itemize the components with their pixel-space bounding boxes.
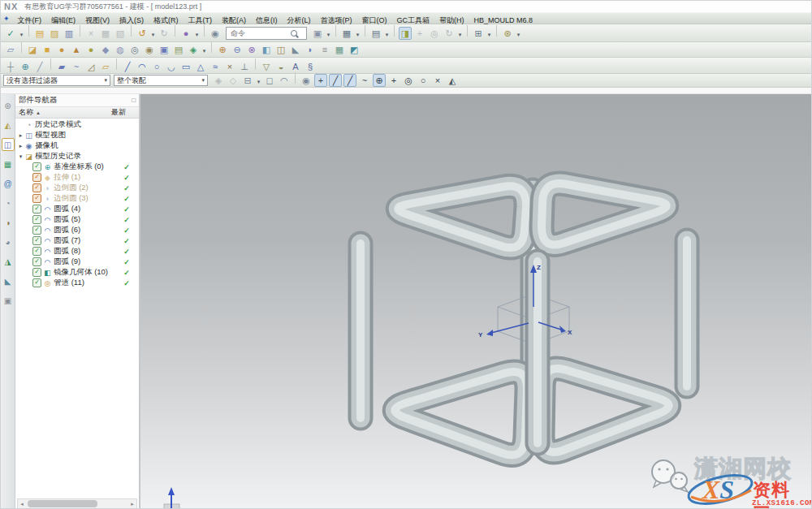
view-caret-icon[interactable]: ▾ (457, 28, 463, 41)
paste-icon[interactable]: ▧ (114, 27, 127, 40)
circle-icon[interactable]: ○ (150, 60, 163, 73)
hole-icon[interactable]: ◎ (128, 43, 141, 56)
column-uptodate[interactable]: 最新 (111, 107, 139, 118)
window-caret-icon[interactable]: ▾ (326, 28, 331, 41)
pattern-feature-icon[interactable]: ▦ (333, 43, 346, 56)
sketch-in-task-icon[interactable]: ▰ (55, 60, 68, 73)
thread-icon[interactable]: ≡ (318, 43, 331, 56)
finish-caret-icon[interactable]: ▾ (19, 28, 24, 41)
mirror-feature-icon[interactable]: ◩ (348, 43, 361, 56)
open-file-icon[interactable]: ▨ (48, 27, 61, 40)
layout-icon[interactable]: ⊞ (472, 27, 485, 40)
graphics-viewport[interactable]: Z X Y (140, 94, 811, 509)
midpoint-snap-icon[interactable]: ╱ (343, 74, 356, 87)
select-face-icon[interactable]: ◻ (263, 74, 276, 87)
project-curve-icon[interactable]: ▽ (260, 60, 273, 73)
select-edge-icon[interactable]: ◠ (278, 74, 291, 87)
helix-icon[interactable]: § (304, 60, 317, 73)
feature-checkbox[interactable]: ✓ (32, 205, 41, 214)
plus-snap-icon[interactable]: + (387, 74, 400, 87)
search-icon[interactable] (291, 30, 297, 37)
menu-item[interactable]: 格式(R) (149, 16, 184, 24)
tree-row[interactable]: ✓◧镜像几何体 (10)✓ (15, 267, 139, 278)
trim-body-icon[interactable]: ◧ (260, 43, 273, 56)
pan-icon[interactable]: + (413, 27, 426, 40)
layer-settings-icon[interactable]: ▤ (369, 27, 382, 40)
tree-row[interactable]: ▸◉摄像机 (15, 140, 139, 151)
new-sketch-icon[interactable]: ▱ (4, 43, 17, 56)
arc-toolbar-icon[interactable]: ◠ (136, 60, 149, 73)
process-studio-icon[interactable]: ◑ (2, 216, 15, 229)
cylinder-icon[interactable]: ● (55, 43, 68, 56)
command-finder[interactable] (226, 27, 307, 40)
pad-icon[interactable]: ▤ (172, 43, 185, 56)
unite-icon[interactable]: ⊕ (216, 43, 229, 56)
point-icon[interactable]: ┼ (4, 60, 17, 73)
menu-item[interactable]: 装配(A) (217, 16, 251, 24)
display-caret-icon[interactable]: ▾ (355, 28, 361, 41)
intersection-curve-icon[interactable]: ◒ (274, 60, 287, 73)
snap-options-icon[interactable]: ⊟ (241, 74, 254, 87)
tree-row[interactable]: ▸◫模型视图 (15, 130, 139, 140)
3d-model-canvas[interactable]: Z X Y (140, 94, 811, 509)
panel-detach-icon[interactable]: □ (132, 97, 136, 104)
tree-row[interactable]: ✓◠圆弧 (4)✓ (15, 204, 139, 214)
new-file-icon[interactable]: ▤ (33, 27, 46, 40)
scroll-track[interactable] (26, 500, 128, 507)
finish-sketch-icon[interactable]: ✓ (4, 27, 17, 40)
layer-caret-icon[interactable]: ▾ (384, 28, 390, 41)
column-name[interactable]: 名称 ▲ (19, 107, 111, 118)
tree-row[interactable]: ▾◪模型历史记录 (15, 151, 139, 162)
boss-icon[interactable]: ◉ (143, 43, 156, 56)
feature-checkbox[interactable]: ✓ (32, 278, 41, 287)
tree-row[interactable]: ✓◠圆弧 (9)✓ (15, 257, 139, 267)
tree-row[interactable]: ✓◠圆弧 (5)✓ (15, 214, 139, 225)
profile-icon[interactable]: ◿ (84, 60, 97, 73)
line-icon[interactable]: ╱ (121, 60, 134, 73)
menu-item[interactable]: 视图(V) (80, 16, 114, 24)
tree-row[interactable]: ✓◗边倒圆 (3)✓ (15, 193, 139, 204)
roles-icon[interactable]: ◣ (2, 274, 15, 287)
reuse-library-icon[interactable]: ▦ (2, 157, 15, 170)
menu-item[interactable]: 分析(L) (283, 16, 316, 24)
render-style-icon[interactable]: ⊛ (501, 27, 514, 40)
datum-axis-icon[interactable]: ╱ (33, 60, 46, 73)
extrude-icon[interactable]: ◆ (99, 43, 112, 56)
studio-spline-icon[interactable]: ~ (70, 60, 83, 73)
intersect-icon[interactable]: ⊗ (245, 43, 258, 56)
sketch-curve-icon[interactable]: ▱ (99, 60, 112, 73)
rectangle-icon[interactable]: ▭ (179, 60, 192, 73)
pipe-bottom-left-loop[interactable] (395, 372, 527, 455)
fillet-icon[interactable]: ◡ (165, 60, 178, 73)
command-finder-input[interactable] (229, 28, 291, 38)
web-browser-icon[interactable]: @ (2, 177, 15, 190)
arc-center-snap-icon[interactable]: ◎ (402, 74, 415, 87)
selection-filter-dropdown[interactable]: 没有选择过滤器 ▾ (3, 75, 110, 86)
point-on-curve-icon[interactable]: ⊕ (373, 74, 386, 87)
feature-checkbox[interactable]: ✓ (32, 162, 41, 171)
menu-item[interactable]: GC工具箱 (392, 16, 435, 24)
feature-checkbox[interactable]: ✓ (32, 226, 41, 235)
tangent-snap-icon[interactable]: ~ (358, 74, 371, 87)
sphere-primitive-icon[interactable]: ● (84, 43, 97, 56)
zoom-icon[interactable]: ◎ (428, 27, 441, 40)
history-palette-icon[interactable]: ◔ (2, 196, 15, 209)
touch-mode-icon[interactable]: ◉ (209, 27, 222, 40)
menu-item[interactable]: 编辑(E) (46, 16, 80, 24)
text-icon[interactable]: A (289, 60, 302, 73)
pipe-bottom-right-loop[interactable] (542, 369, 669, 452)
assembly-navigator-icon[interactable]: ◭ (2, 119, 15, 132)
menu-item[interactable]: HB_MOULD M6.8 (469, 16, 538, 24)
polygon-icon[interactable]: △ (194, 60, 207, 73)
scroll-right-icon[interactable]: ▸ (128, 501, 136, 507)
display-mode-icon[interactable]: ▦ (340, 27, 353, 40)
quadrant-snap-icon[interactable]: ○ (417, 74, 430, 87)
window-icon[interactable]: ▣ (311, 27, 324, 40)
feature-checkbox[interactable]: ✓ (32, 236, 41, 245)
redo-icon[interactable]: ↻ (158, 27, 171, 40)
feature-checkbox[interactable]: ✓ (32, 173, 41, 182)
expander-icon[interactable]: ▸ (17, 132, 24, 139)
menu-item[interactable]: 工具(T) (184, 16, 218, 24)
view-operation-icon[interactable]: ◨ (399, 27, 412, 40)
cursor-location-icon[interactable]: ◭ (446, 74, 459, 87)
